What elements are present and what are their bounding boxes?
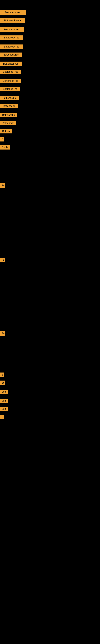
bottleneck-button-btn20[interactable]: Bo (0, 331, 5, 336)
bottleneck-button-btn9[interactable]: Bottleneck res (0, 79, 21, 83)
bottleneck-button-btn22[interactable]: Bo (0, 380, 5, 385)
bottleneck-button-btn26[interactable]: B (0, 415, 4, 419)
bottleneck-button-btn1[interactable]: Bottleneck resu (0, 10, 26, 15)
bottleneck-button-btn5[interactable]: Bottleneck res (0, 44, 23, 49)
bottleneck-button-btn13[interactable]: Bottleneck r (0, 113, 17, 117)
vertical-line-1 (2, 192, 2, 248)
bottleneck-button-btn11[interactable]: Bottleneck re (0, 96, 19, 100)
bottleneck-button-btn10[interactable]: Bottleneck re (0, 87, 20, 91)
content-area: Bottleneck resuBottleneck resuBottleneck… (0, 3, 100, 644)
site-title (0, 0, 100, 3)
bottleneck-button-btn23[interactable]: Bott (0, 390, 8, 394)
vertical-line-0 (2, 153, 2, 173)
bottleneck-button-btn14[interactable]: Bottleneck (0, 121, 16, 126)
bottleneck-button-btn21[interactable]: B (0, 372, 4, 377)
bottleneck-button-btn6[interactable]: Bottleneck res (0, 52, 22, 57)
bottleneck-button-btn2[interactable]: Bottleneck resu (0, 18, 25, 23)
bottleneck-button-btn16[interactable]: B (0, 137, 4, 142)
bottleneck-button-btn17[interactable]: Bottle (0, 145, 10, 150)
bottleneck-button-btn15[interactable]: Bottlen (0, 129, 12, 134)
bottleneck-button-btn24[interactable]: Bott (0, 399, 8, 403)
vertical-line-2 (2, 265, 2, 321)
bottleneck-button-btn12[interactable]: Bottleneck r (0, 104, 18, 108)
bottleneck-button-btn25[interactable]: Bott (0, 407, 8, 411)
bottleneck-button-btn4[interactable]: Bottleneck res (0, 36, 23, 40)
vertical-line-3 (2, 339, 2, 368)
bottleneck-button-btn18[interactable]: Bo (0, 183, 5, 188)
bottleneck-button-btn19[interactable]: Bo (0, 258, 5, 262)
bottleneck-button-btn8[interactable]: Bottleneck res (0, 70, 21, 74)
bottleneck-button-btn7[interactable]: Bottleneck res (0, 62, 22, 66)
bottleneck-button-btn3[interactable]: Bottleneck resu (0, 27, 24, 32)
